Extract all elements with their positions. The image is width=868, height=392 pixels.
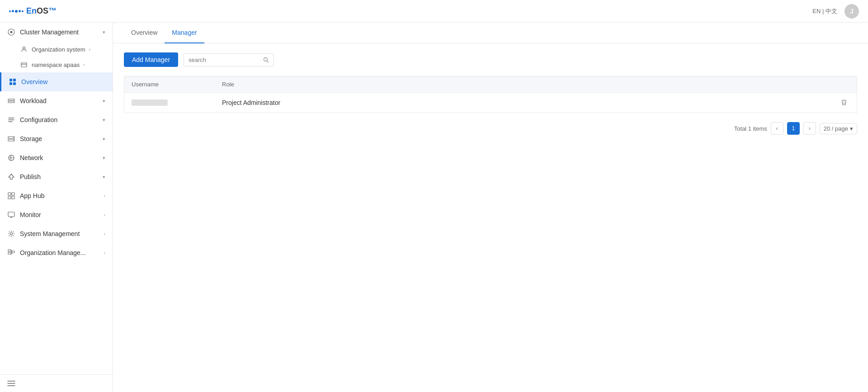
delete-button[interactable] — [839, 98, 849, 107]
sidebar-item-workload[interactable]: Workload ▾ — [0, 91, 113, 110]
chevron-down-icon: ▾ — [103, 29, 105, 35]
layout: Cluster Management ▾ Organization system… — [0, 23, 868, 392]
pagination: Total 1 items ‹ 1 › 20 / page ▾ — [124, 122, 857, 135]
user-avatar[interactable]: J — [844, 4, 859, 19]
table-header: Username Role — [124, 76, 857, 92]
page-size-value: 20 / page — [824, 125, 848, 132]
cell-username — [132, 99, 222, 106]
sidebar: Cluster Management ▾ Organization system… — [0, 23, 113, 392]
cell-role: Project Administrator — [222, 99, 839, 106]
svg-point-1 — [10, 31, 13, 33]
configuration-icon — [7, 116, 15, 124]
svg-point-19 — [10, 233, 13, 235]
chevron-right-icon-om: › — [104, 250, 105, 255]
column-role: Role — [222, 81, 849, 88]
logo-dots-icon — [9, 10, 24, 13]
sidebar-storage-label: Storage — [20, 135, 98, 142]
svg-rect-18 — [8, 212, 14, 217]
sidebar-item-configuration[interactable]: Configuration ▾ — [0, 110, 113, 129]
sidebar-overview-label: Overview — [21, 78, 105, 85]
total-items-text: Total 1 items — [734, 125, 767, 132]
cluster-icon — [7, 28, 15, 36]
header-right: EN | 中文 J — [812, 4, 859, 19]
main-content: Overview Manager Add Manager Username Ro — [113, 23, 868, 392]
tab-overview[interactable]: Overview — [124, 23, 165, 43]
logo: EnOS™ — [9, 6, 57, 16]
svg-point-13 — [13, 140, 14, 141]
sidebar-network-label: Network — [20, 154, 98, 161]
svg-rect-17 — [12, 196, 14, 199]
storage-icon — [7, 135, 15, 143]
chevron-right-icon-mon: › — [104, 212, 105, 217]
network-icon — [7, 154, 15, 162]
chevron-down-icon-wl: ▾ — [103, 98, 105, 104]
tabs-bar: Overview Manager — [113, 23, 868, 43]
add-manager-button[interactable]: Add Manager — [124, 52, 178, 67]
system-management-icon — [7, 230, 15, 238]
namespace-icon — [20, 61, 28, 69]
table-row: Project Administrator — [124, 92, 857, 113]
sidebar-item-system-management[interactable]: System Management › — [0, 224, 113, 243]
svg-rect-4 — [9, 79, 12, 81]
next-page-button[interactable]: › — [803, 122, 816, 135]
lang-zh[interactable]: 中文 — [826, 8, 837, 14]
overview-icon — [9, 78, 17, 86]
sidebar-org-manage-label: Organization Manage... — [20, 249, 99, 256]
chevron-right-icon-ah: › — [104, 193, 105, 198]
sidebar-namespace-label: namespace apaas — [32, 61, 80, 68]
sidebar-item-cluster-management[interactable]: Cluster Management ▾ — [0, 23, 113, 42]
sidebar-item-org-system[interactable]: Organization system › — [0, 42, 113, 57]
page-1-button[interactable]: 1 — [787, 122, 800, 135]
sidebar-item-network[interactable]: Network ▾ — [0, 148, 113, 167]
svg-point-23 — [264, 57, 268, 61]
sidebar-item-monitor[interactable]: Monitor › — [0, 205, 113, 224]
monitor-icon — [7, 211, 15, 219]
search-input[interactable] — [189, 57, 260, 63]
page-size-arrow: ▾ — [850, 125, 853, 132]
svg-point-2 — [23, 47, 25, 49]
svg-rect-22 — [12, 251, 14, 253]
sidebar-monitor-label: Monitor — [20, 211, 99, 218]
chevron-down-icon-net: ▾ — [103, 155, 105, 161]
sidebar-item-overview[interactable]: Overview — [0, 72, 113, 91]
sidebar-footer-collapse[interactable] — [0, 374, 113, 392]
svg-rect-9 — [8, 101, 14, 103]
sidebar-item-storage[interactable]: Storage ▾ — [0, 129, 113, 148]
publish-icon — [7, 173, 15, 181]
chevron-right-icon-sm: › — [104, 231, 105, 236]
org-system-icon — [20, 45, 28, 53]
svg-rect-7 — [13, 82, 16, 85]
chevron-down-icon-cfg: ▾ — [103, 117, 105, 123]
sidebar-item-app-hub[interactable]: App Hub › — [0, 186, 113, 205]
svg-rect-21 — [8, 252, 11, 254]
prev-page-button[interactable]: ‹ — [771, 122, 783, 135]
managers-table: Username Role Project Administrator — [124, 76, 857, 113]
sidebar-item-publish[interactable]: Publish ▾ — [0, 167, 113, 186]
row-actions — [839, 98, 849, 107]
svg-rect-15 — [12, 193, 14, 195]
app-hub-icon — [7, 192, 15, 200]
toolbar: Add Manager — [124, 52, 857, 67]
header: EnOS™ EN | 中文 J — [0, 0, 868, 23]
chevron-right-icon-ns: › — [83, 62, 85, 67]
sidebar-item-namespace[interactable]: namespace apaas › — [0, 57, 113, 72]
svg-rect-14 — [8, 193, 11, 195]
sidebar-app-hub-label: App Hub — [20, 192, 99, 199]
lang-sep: | — [822, 8, 824, 14]
search-box[interactable] — [184, 53, 274, 66]
tab-manager[interactable]: Manager — [165, 23, 204, 43]
logo-text: EnOS™ — [26, 6, 57, 16]
chevron-down-icon-pub: ▾ — [103, 174, 105, 180]
page-size-selector[interactable]: 20 / page ▾ — [820, 123, 857, 134]
sidebar-configuration-label: Configuration — [20, 116, 98, 123]
org-manage-icon — [7, 249, 15, 257]
username-blurred — [132, 99, 168, 106]
sidebar-publish-label: Publish — [20, 173, 98, 180]
sidebar-system-management-label: System Management — [20, 230, 99, 237]
svg-point-12 — [13, 137, 14, 138]
sidebar-item-org-manage[interactable]: Organization Manage... › — [0, 243, 113, 262]
search-icon — [263, 57, 269, 63]
sidebar-workload-label: Workload — [20, 97, 98, 104]
language-switcher[interactable]: EN | 中文 — [812, 7, 837, 15]
lang-en[interactable]: EN — [812, 8, 821, 14]
